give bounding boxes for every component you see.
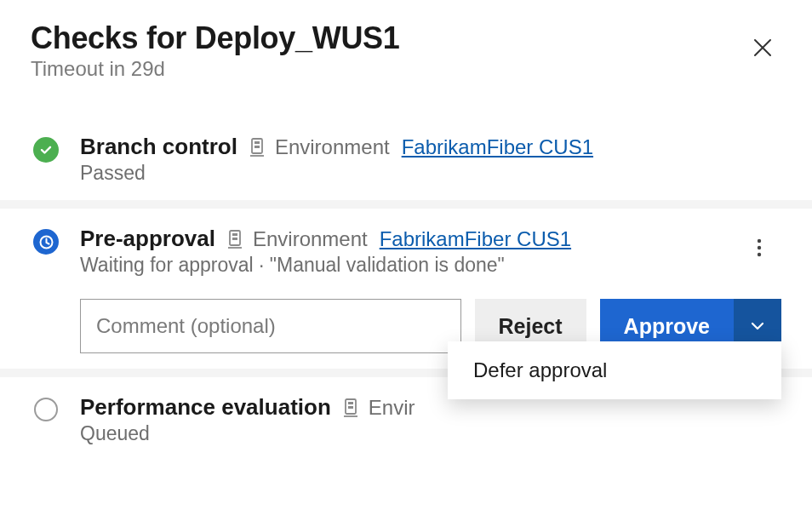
more-actions-button[interactable] [747, 236, 771, 260]
svg-rect-1 [254, 141, 260, 144]
environment-label: Environment [275, 135, 390, 159]
close-button[interactable] [744, 29, 781, 66]
svg-point-7 [758, 239, 761, 243]
svg-rect-6 [232, 238, 237, 240]
environment-link[interactable]: FabrikamFiber CUS1 [402, 135, 593, 159]
svg-rect-12 [348, 406, 353, 409]
svg-point-8 [758, 246, 761, 249]
environment-label-partial: Envir [369, 396, 415, 420]
check-status-text: Queued [80, 422, 781, 445]
svg-point-9 [758, 253, 761, 256]
check-name: Performance evaluation [80, 394, 331, 421]
environment-icon [248, 136, 266, 158]
check-name: Branch control [80, 134, 237, 160]
check-row: Branch control Environment FabrikamFiber… [0, 117, 812, 200]
check-status-text: Waiting for approval · "Manual validatio… [80, 254, 781, 277]
environment-icon [226, 228, 244, 250]
comment-input[interactable] [80, 299, 461, 353]
status-waiting-icon [33, 229, 59, 255]
status-queued-icon [34, 398, 58, 421]
check-row: Pre-approval Environment FabrikamFiber C… [0, 209, 812, 369]
environment-icon [341, 397, 360, 419]
timeout-text: Timeout in 29d [31, 57, 744, 81]
page-title: Checks for Deploy_WUS1 [31, 20, 744, 55]
defer-approval-menu-item[interactable]: Defer approval [448, 341, 781, 399]
check-status-text: Passed [80, 162, 781, 185]
close-icon [753, 38, 772, 57]
check-name: Pre-approval [80, 226, 215, 252]
environment-link[interactable]: FabrikamFiber CUS1 [380, 227, 571, 251]
svg-rect-2 [254, 146, 260, 148]
kebab-icon [757, 238, 762, 257]
svg-rect-11 [348, 402, 353, 404]
status-passed-icon [33, 137, 59, 163]
svg-rect-5 [232, 233, 237, 236]
chevron-down-icon [749, 318, 766, 335]
environment-label: Environment [253, 227, 368, 251]
